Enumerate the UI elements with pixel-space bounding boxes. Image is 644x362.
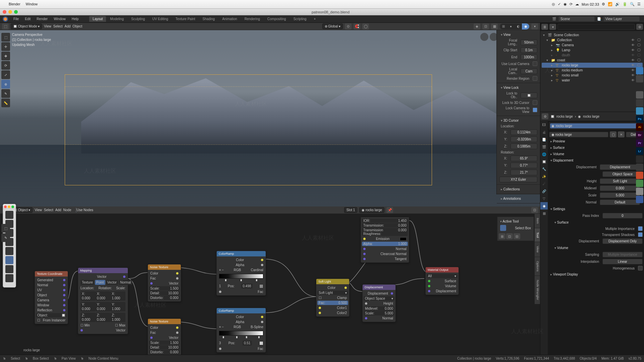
mac-window-menu[interactable]: Window <box>25 2 38 6</box>
workspace-tab[interactable]: Compositing <box>264 16 289 22</box>
displacement-height-field[interactable]: Soft Light <box>600 178 640 184</box>
rendered-shading-icon[interactable]: ◉ <box>522 23 529 29</box>
node-sidebar-tab[interactable]: Node Wrangler <box>535 276 540 304</box>
node-sidebar-tab[interactable]: Tool <box>535 228 540 242</box>
volume-settings-header[interactable]: Volume <box>549 245 643 251</box>
workspace-tab[interactable]: UV Editing <box>149 16 171 22</box>
local-camera-field[interactable]: Cam <box>521 68 537 74</box>
workspace-add-tab[interactable]: + <box>311 16 319 22</box>
battery-icon[interactable]: 🔋 <box>623 2 627 6</box>
menu-edit[interactable]: Edit <box>22 16 33 22</box>
node-title[interactable]: Material Output <box>426 267 459 273</box>
node-mixrgb-softlight[interactable]: Soft Light Color Soft Light▾ ☐Clamp Fac:… <box>316 279 350 317</box>
clip-start-field[interactable]: 0.1m <box>521 47 537 53</box>
node-sidebar-tab[interactable]: Item <box>535 214 540 228</box>
menu-help[interactable]: Help <box>69 16 82 22</box>
material-slot[interactable]: ◉rocks large <box>550 123 642 128</box>
node-title[interactable]: Displacement <box>363 285 395 290</box>
material-name-field[interactable]: ◉ rocks large <box>549 132 608 137</box>
cursor-rz-field[interactable]: 21.7° <box>511 170 537 175</box>
snap-icon[interactable]: ⊞ <box>499 233 505 239</box>
lock-camera-checkbox[interactable] <box>533 108 537 112</box>
workspace-tab[interactable]: Texture Paint <box>172 16 198 22</box>
solid-shading-icon[interactable]: ● <box>507 23 515 29</box>
visibility-icon[interactable]: 👁 <box>631 38 635 42</box>
slot-dropdown[interactable]: Slot 1 <box>344 207 358 213</box>
measure-tool-icon[interactable]: 📏 <box>1 99 10 107</box>
editor-type-icon[interactable]: ≣ <box>541 24 548 30</box>
viewlayer-tab-icon[interactable]: 📑 <box>540 136 548 143</box>
outliner-item[interactable]: ▾📁Collection👁🖵 <box>542 38 643 43</box>
visibility-icon[interactable]: 👁 <box>631 58 635 62</box>
node-displacement[interactable]: Displacement Displacement Object Space▾ … <box>362 284 396 322</box>
outliner-item[interactable]: ▸📷Camera👁🖵 <box>542 43 643 48</box>
render-tab-icon[interactable]: 🎞 <box>540 121 548 128</box>
viewport-menu-add[interactable]: Add <box>65 24 71 28</box>
close-window-icon[interactable] <box>3 10 6 14</box>
zoom-gizmo-icon[interactable] <box>480 33 488 41</box>
annotate-tool-icon[interactable] <box>5 265 13 273</box>
cursor-ry-field[interactable]: 0.77° <box>511 163 537 168</box>
displacement-midlevel-field[interactable]: 0.000 <box>600 185 640 191</box>
editor-type-icon[interactable]: ⬚ <box>2 23 9 29</box>
menubar-icon[interactable]: ✓ <box>558 2 561 6</box>
workspace-tab[interactable]: Modeling <box>107 16 127 22</box>
object-tab-icon[interactable]: 🔲 <box>540 158 548 165</box>
outliner[interactable]: ▾🎬Scene Collection ▾📁Collection👁🖵▸📷Camer… <box>540 31 644 112</box>
node-texture-coordinate[interactable]: Texture Coordinate Generated Normal UV O… <box>35 271 68 324</box>
menu-icon[interactable]: ☰ <box>637 2 641 6</box>
node-menu-select[interactable]: Select <box>44 208 53 212</box>
bridge-icon[interactable]: Br <box>636 131 643 139</box>
viewport-menu-view[interactable]: View <box>44 24 51 28</box>
texture-tab-icon[interactable]: ▦ <box>540 209 548 217</box>
illustrator-icon[interactable]: Ai <box>636 123 643 131</box>
render-region-checkbox[interactable] <box>533 76 537 81</box>
particle-tab-icon[interactable]: ✨ <box>540 173 548 180</box>
outliner-item[interactable]: ▾📁coast👁🖵 <box>542 58 643 63</box>
scale-tool-icon[interactable]: ⤢ <box>1 70 10 79</box>
floating-toolbar-window[interactable] <box>3 204 16 288</box>
displacement-normal-dropdown[interactable]: Default <box>600 199 640 205</box>
outliner-item[interactable]: ▸▽rocks large👁🖵 <box>542 63 643 68</box>
node-title[interactable]: Noise Texture <box>148 264 181 270</box>
viewport-menu-object[interactable]: Object <box>72 24 82 28</box>
homogeneous-checkbox[interactable] <box>638 266 643 270</box>
node-title[interactable]: Texture Coordinate <box>35 271 68 277</box>
colorramp-gradient[interactable] <box>219 274 263 279</box>
visibility-icon[interactable]: 👁 <box>631 73 635 77</box>
settings-header[interactable]: Settings <box>549 206 643 212</box>
node-title[interactable]: ColorRamp <box>217 251 266 256</box>
node-title[interactable]: Soft Light <box>316 279 349 284</box>
node-menu-add[interactable]: Add <box>55 208 61 212</box>
annotate-tool-icon[interactable]: ✎ <box>1 233 10 242</box>
output-tab-icon[interactable]: 🖨 <box>540 128 548 136</box>
preview-header[interactable]: Preview <box>549 138 643 144</box>
surface-header[interactable]: Surface <box>549 144 643 151</box>
material-selector[interactable]: ◉ rocks large <box>359 207 384 213</box>
dock-app-icon[interactable] <box>636 107 643 115</box>
maximize-window-icon[interactable] <box>14 10 18 14</box>
volume-interpolation-dropdown[interactable]: Linear <box>602 259 643 264</box>
menubar-icon[interactable]: ◎ <box>552 2 555 6</box>
scene-name-input[interactable] <box>558 16 595 22</box>
volume-header[interactable]: Volume <box>549 151 643 157</box>
modifier-tab-icon[interactable]: 🔧 <box>540 165 548 173</box>
transparent-shadows-checkbox[interactable] <box>638 232 643 237</box>
pass-index-field[interactable]: 0 <box>602 213 643 219</box>
workspace-tab[interactable]: Sculpting <box>128 16 148 22</box>
panel-header[interactable]: Active Tool <box>499 218 532 225</box>
snap-icon[interactable]: 🧲 <box>354 23 360 29</box>
wireframe-shading-icon[interactable]: ⊞ <box>500 23 507 29</box>
orientation-dropdown[interactable]: ⊕ Global ▾ <box>322 23 343 29</box>
backdrop-icon[interactable]: ⊡ <box>531 207 538 213</box>
collections-header[interactable]: Collections <box>499 186 537 192</box>
select-tool-icon[interactable] <box>5 211 13 219</box>
minimize-window-icon[interactable] <box>8 10 12 14</box>
dock-app-icon[interactable] <box>636 180 643 187</box>
node-editor-canvas[interactable]: ⬚ ✎ Texture Coordinate Genera <box>0 214 540 362</box>
menubar-icon[interactable]: ◉ <box>564 2 567 6</box>
node-title[interactable]: ColorRamp <box>217 308 266 313</box>
displacement-type-dropdown[interactable]: Displacement <box>600 164 640 170</box>
outliner-item[interactable]: ▾🎬Scene Collection <box>542 33 643 38</box>
dock-app-icon[interactable] <box>636 156 643 163</box>
